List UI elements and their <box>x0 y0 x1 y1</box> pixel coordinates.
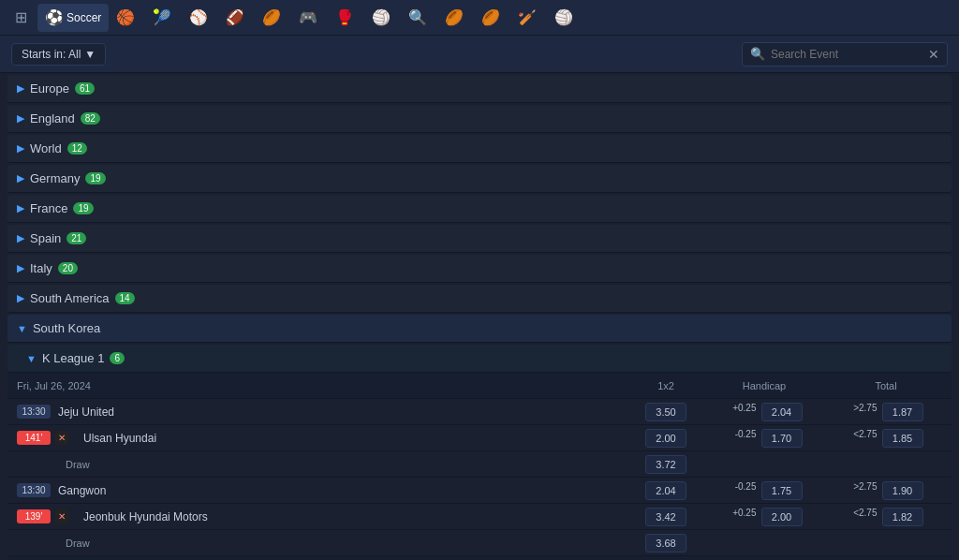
kleague1-label: K League 1 <box>42 351 105 365</box>
category-europe[interactable]: ▶ Europe 61 <box>7 75 952 103</box>
chevron-right-icon: ▶ <box>17 172 24 184</box>
handicap-odds-btn-1[interactable]: 2.04 <box>761 403 803 421</box>
odds-1x2-away-1: 2.00 <box>633 429 699 448</box>
col-1x2-label-1: 1x2 <box>633 380 699 391</box>
total-odds-away-btn-1[interactable]: 1.85 <box>882 429 923 448</box>
match-row-draw-1: Draw 3.72 <box>7 451 952 478</box>
category-italy[interactable]: ▶ Italy 20 <box>7 255 952 283</box>
live-score-1: ✕ <box>55 431 68 445</box>
sport-rugby[interactable]: 🏉 <box>255 4 291 32</box>
chevron-down-icon: ▼ <box>17 323 27 334</box>
total-label-away-1: <2.75 <box>849 429 878 448</box>
handicap-odds-home-btn-2[interactable]: 1.75 <box>761 481 803 500</box>
category-england[interactable]: ▶ England 82 <box>7 105 952 133</box>
total-odds-btn-1[interactable]: 1.87 <box>882 403 923 421</box>
date-header-2: Sat, Jul 27, 2024 1x2 Handicap Total <box>7 556 952 560</box>
grid-icon: ⊞ <box>15 8 27 26</box>
rugby-league-icon: 🏉 <box>481 8 500 26</box>
odds-away-btn-1[interactable]: 2.00 <box>645 429 686 448</box>
category-south-america-label: South America <box>30 291 110 305</box>
match-row-ulsan-away: 141' ✕ Ulsan Hyundai 2.00 -0.25 1.70 <2.… <box>7 425 952 451</box>
sport-other[interactable]: 🏐 <box>547 4 583 32</box>
chevron-down-icon: ▼ <box>84 48 96 61</box>
odds-away-btn-2[interactable]: 3.42 <box>645 508 686 526</box>
handicap-odds-away-btn-1[interactable]: 1.70 <box>761 429 803 448</box>
odds-home-btn-1[interactable]: 3.50 <box>645 403 686 421</box>
volleyball-icon: 🏐 <box>372 8 391 26</box>
match-row-draw-2: Draw 3.68 <box>7 530 952 556</box>
sport-basketball[interactable]: 🏀 <box>109 4 145 32</box>
sport-tennis[interactable]: 🎾 <box>145 4 182 32</box>
handicap-label-away-1: -0.25 <box>727 429 757 448</box>
soccer-icon: ⚽ <box>45 8 64 26</box>
category-world[interactable]: ▶ World 12 <box>7 135 952 163</box>
sport-american-football[interactable]: 🏈 <box>218 4 255 32</box>
category-italy-count: 20 <box>58 262 78 274</box>
american-football-icon: 🏈 <box>226 8 244 26</box>
sport-mma[interactable]: 🔍 <box>401 4 437 32</box>
sport-aussie-rules[interactable]: 🏉 <box>437 4 474 32</box>
chevron-right-icon: ▶ <box>17 142 24 155</box>
category-south-america-count: 14 <box>115 292 135 304</box>
category-france[interactable]: ▶ France 19 <box>7 195 952 223</box>
odds-home-btn-2[interactable]: 2.04 <box>645 481 686 500</box>
total-odds-home-btn-2[interactable]: 1.90 <box>882 481 923 500</box>
category-spain-count: 21 <box>66 232 86 244</box>
search-clear-button[interactable]: ✕ <box>928 47 939 62</box>
sports-nav: ⊞ ⚽ Soccer 🏀 🎾 ⚾ 🏈 🏉 🎮 🥊 🏐 🔍 🏉 🏉 🏏 🏐 <box>0 0 959 36</box>
category-spain[interactable]: ▶ Spain 21 <box>7 225 952 253</box>
mma-icon: 🔍 <box>408 8 427 26</box>
sport-all[interactable]: ⊞ <box>7 4 37 32</box>
odds-handicap-1: +0.25 2.04 <box>699 403 830 421</box>
handicap-odds-away-btn-2[interactable]: 2.00 <box>761 508 803 526</box>
esports-icon: 🎮 <box>299 8 317 26</box>
category-france-count: 19 <box>73 202 93 214</box>
category-world-label: World <box>30 141 62 155</box>
sport-baseball[interactable]: ⚾ <box>182 4 218 32</box>
odds-1x2-draw-2: 3.68 <box>633 534 699 553</box>
team-name-gangwon: Gangwon <box>58 484 633 497</box>
category-germany[interactable]: ▶ Germany 19 <box>7 165 952 193</box>
handicap-label-1: +0.25 <box>727 403 757 421</box>
odds-total-home-2: >2.75 1.90 <box>830 481 942 500</box>
odds-handicap-home-2: -0.25 1.75 <box>699 481 830 500</box>
odds-draw-btn-1[interactable]: 3.72 <box>645 455 686 474</box>
live-minute-badge-2: 139' <box>17 509 51 523</box>
sport-soccer-label: Soccer <box>66 11 101 24</box>
category-south-korea-label: South Korea <box>33 321 100 335</box>
sport-soccer[interactable]: ⚽ Soccer <box>37 4 109 32</box>
sport-volleyball[interactable]: 🏐 <box>364 4 401 32</box>
match-time-1: 13:30 <box>17 405 51 419</box>
filter-bar: Starts in: All ▼ 🔍 ✕ <box>0 36 959 73</box>
sport-esports[interactable]: 🎮 <box>291 4 328 32</box>
category-south-korea[interactable]: ▼ South Korea <box>7 315 952 343</box>
odds-draw-btn-2[interactable]: 3.68 <box>645 534 686 553</box>
category-world-count: 12 <box>67 142 87 155</box>
odds-1x2-home-1: 3.50 <box>633 403 699 421</box>
col-total-label-1: Total <box>830 380 942 391</box>
cricket-icon: 🏏 <box>518 8 537 26</box>
category-spain-label: Spain <box>30 231 61 245</box>
other-sport-icon: 🏐 <box>554 8 573 26</box>
boxing-icon: 🥊 <box>335 8 354 26</box>
match-row-jeju-home: 13:30 Jeju United 3.50 +0.25 2.04 >2.75 … <box>7 399 952 425</box>
handicap-label-home-2: -0.25 <box>727 481 757 500</box>
category-france-label: France <box>30 201 67 215</box>
category-south-america[interactable]: ▶ South America 14 <box>7 285 952 313</box>
total-label-away-2: <2.75 <box>849 508 878 526</box>
starts-in-button[interactable]: Starts in: All ▼ <box>11 43 106 66</box>
team-name-ulsan: Ulsan Hyundai <box>83 432 633 445</box>
sport-rugby-league[interactable]: 🏉 <box>474 4 510 32</box>
main-content: ▶ Europe 61 ▶ England 82 ▶ World 12 ▶ Ge… <box>0 73 959 560</box>
chevron-right-icon: ▶ <box>17 232 24 244</box>
sport-boxing[interactable]: 🥊 <box>328 4 364 32</box>
odds-1x2-draw-1: 3.72 <box>633 455 699 474</box>
sport-cricket[interactable]: 🏏 <box>510 4 547 32</box>
search-input[interactable] <box>771 48 928 61</box>
category-italy-label: Italy <box>30 261 52 275</box>
subcategory-kleague1[interactable]: ▼ K League 1 6 <box>7 345 952 373</box>
tennis-icon: 🎾 <box>153 8 171 26</box>
category-england-label: England <box>30 111 75 125</box>
category-england-count: 82 <box>81 112 100 125</box>
total-odds-away-btn-2[interactable]: 1.82 <box>882 508 923 526</box>
